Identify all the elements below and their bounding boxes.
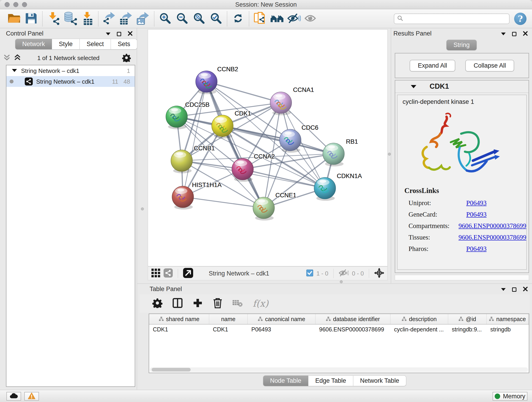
hide-selected-button[interactable]	[285, 11, 302, 27]
network-share-view-icon[interactable]	[164, 268, 173, 279]
results-scroll-strip[interactable]	[395, 275, 529, 280]
import-table-from-file-button[interactable]	[79, 11, 96, 27]
bottom-splitter-handle[interactable]	[340, 280, 343, 283]
network-edge[interactable]	[183, 82, 206, 197]
column-header-description[interactable]: description	[390, 314, 448, 324]
export-table-button[interactable]	[118, 11, 135, 27]
table-cell[interactable]: CDK1	[209, 325, 248, 335]
close-panel-icon[interactable]	[523, 31, 528, 37]
svg-text:HIST1H1A: HIST1H1A	[192, 182, 222, 188]
network-node-CDC25B[interactable]: CDC25BCDC25B	[166, 101, 210, 128]
float-panel-icon[interactable]	[512, 287, 516, 292]
network-edge[interactable]	[206, 82, 281, 103]
network-canvas[interactable]: CCNB2CCNB2CCNA1CCNA1CDC25BCDC25BCDK1CDK1…	[148, 29, 388, 266]
results-controls-box: Expand All Collapse All	[395, 53, 529, 78]
tab-select[interactable]: Select	[80, 39, 111, 50]
tab-sets[interactable]: Sets	[111, 39, 137, 50]
export-image-button[interactable]	[135, 11, 152, 27]
import-network-from-database-button[interactable]	[62, 11, 79, 27]
table-cell[interactable]: CDK1	[149, 325, 209, 335]
panel-menu-icon[interactable]	[501, 288, 506, 291]
show-all-button[interactable]	[302, 11, 319, 27]
network-row[interactable]: String Network – cdk1 11 48	[6, 76, 135, 87]
tab-edge-table[interactable]: Edge Table	[308, 375, 353, 386]
network-node-CCNA1[interactable]: CCNA1CCNA1	[270, 86, 314, 114]
network-options-gear-icon[interactable]	[122, 53, 131, 63]
zoom-selected-button[interactable]	[208, 11, 225, 27]
gene-header-row[interactable]: CDK1	[395, 80, 529, 93]
table-cell[interactable]: stringdb:9...	[448, 325, 487, 335]
hidden-eye-icon[interactable]	[339, 268, 349, 279]
show-columns-icon[interactable]	[172, 298, 183, 309]
warnings-button[interactable]	[24, 392, 39, 401]
tab-style[interactable]: Style	[52, 39, 80, 50]
tab-string[interactable]: String	[446, 40, 477, 51]
tab-network-table[interactable]: Network Table	[353, 375, 406, 386]
column-header-name[interactable]: name	[209, 314, 248, 324]
crosslink-pharos[interactable]: P06493	[466, 243, 487, 254]
right-splitter-handle[interactable]	[388, 153, 391, 156]
delete-column-trash-icon[interactable]	[213, 298, 222, 309]
network-edge[interactable]	[243, 169, 325, 188]
table-cell[interactable]: stringdb	[487, 325, 528, 335]
zoom-out-button[interactable]	[174, 11, 191, 27]
column-header-database-identifier[interactable]: database identifier	[316, 314, 390, 324]
horizontal-scrollbar[interactable]	[150, 367, 528, 372]
detach-view-icon[interactable]	[183, 268, 193, 279]
tab-network[interactable]: Network	[15, 39, 52, 50]
column-header-namespace[interactable]: namespace	[487, 314, 528, 324]
tab-node-table[interactable]: Node Table	[263, 375, 308, 386]
network-collection-row[interactable]: String Network – cdk1 1	[6, 65, 135, 76]
tree-expander-icon[interactable]	[12, 69, 17, 72]
scrollbar-thumb[interactable]	[152, 368, 191, 371]
crosslink-uniprot[interactable]: P06493	[466, 197, 487, 209]
crosslink-genecard[interactable]: P06493	[466, 209, 487, 220]
add-column-plus-icon[interactable]	[193, 298, 203, 309]
zoom-fit-button[interactable]	[191, 11, 208, 27]
cloud-status-button[interactable]	[6, 392, 21, 401]
memory-button[interactable]: Memory	[493, 392, 527, 401]
gene-expander-icon[interactable]	[411, 85, 416, 88]
help-button[interactable]: ?	[514, 13, 526, 25]
column-header-canonical-name[interactable]: canonical name	[248, 314, 316, 324]
selected-checkbox-icon[interactable]	[306, 269, 313, 277]
create-network-from-selection-button[interactable]	[252, 11, 268, 27]
delete-table-icon[interactable]	[233, 298, 243, 308]
birdseye-crosshair-icon[interactable]	[374, 268, 384, 279]
first-neighbors-button[interactable]	[268, 11, 285, 27]
column-header-shared-name[interactable]: shared name	[149, 314, 209, 324]
network-edge[interactable]	[183, 197, 264, 208]
search-input[interactable]	[405, 15, 506, 22]
network-node-HIST1H1A[interactable]: HIST1H1AHIST1H1A	[172, 182, 222, 208]
function-builder-icon[interactable]: f(x)	[253, 298, 268, 309]
left-splitter-handle[interactable]	[141, 207, 144, 211]
refresh-network-view-button[interactable]	[230, 11, 247, 27]
float-panel-icon[interactable]	[117, 32, 121, 36]
crosslink-compartments[interactable]: 9606.ENSP00000378699	[458, 220, 526, 231]
table-cell[interactable]: cyclin-dependent ...	[390, 325, 448, 335]
table-row[interactable]: CDK1CDK1P064939606.ENSP00000378699cyclin…	[149, 325, 529, 335]
table-cell[interactable]: 9606.ENSP00000378699	[316, 325, 390, 335]
open-file-button[interactable]	[6, 11, 23, 27]
network-node-CDKN1A[interactable]: CDKN1ACDKN1A	[314, 172, 362, 199]
panel-menu-icon[interactable]	[106, 32, 110, 35]
export-network-button[interactable]	[101, 11, 118, 27]
network-node-CCNE1[interactable]: CCNE1CCNE1	[253, 192, 297, 219]
table-settings-gear-icon[interactable]	[152, 298, 162, 309]
zoom-in-button[interactable]	[157, 11, 174, 27]
close-panel-icon[interactable]	[523, 287, 528, 293]
save-session-button[interactable]	[23, 11, 40, 27]
crosslink-row: Tissues:9606.ENSP00000378699	[398, 231, 526, 243]
network-node-RB1[interactable]: RB1RB1	[323, 138, 358, 165]
table-cell[interactable]: P06493	[248, 325, 316, 335]
collapse-all-button[interactable]: Collapse All	[465, 60, 514, 71]
close-panel-icon[interactable]	[128, 31, 133, 37]
crosslink-tissues[interactable]: 9606.ENSP00000378699	[458, 231, 526, 243]
grid-view-icon[interactable]	[151, 268, 160, 279]
column-header--id[interactable]: @id	[448, 314, 487, 324]
network-graph[interactable]: CCNB2CCNB2CCNA1CCNA1CDC25BCDC25BCDK1CDK1…	[148, 30, 387, 266]
import-network-from-file-button[interactable]	[45, 11, 62, 27]
expand-all-button[interactable]: Expand All	[410, 60, 456, 71]
float-panel-icon[interactable]	[512, 32, 516, 36]
panel-menu-icon[interactable]	[501, 32, 506, 35]
